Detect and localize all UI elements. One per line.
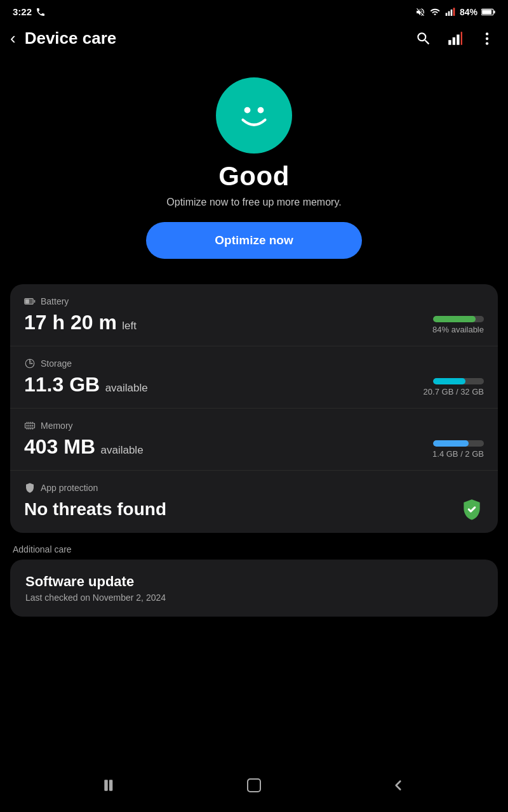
storage-row: 11.3 GB available 20.7 GB / 32 GB (24, 373, 484, 396)
storage-right: 20.7 GB / 32 GB (424, 378, 484, 396)
svg-rect-5 (493, 10, 495, 13)
svg-rect-2 (451, 10, 453, 16)
wifi-icon (429, 7, 441, 17)
storage-progress-bg (433, 378, 484, 384)
memory-side-text: 1.4 GB / 2 GB (432, 449, 484, 459)
optimize-now-button[interactable]: Optimize now (146, 222, 362, 259)
time-display: 3:22 (13, 6, 32, 17)
recents-button[interactable] (102, 777, 118, 794)
battery-icon (481, 8, 495, 16)
battery-text: 84% (460, 7, 478, 17)
status-icon (216, 77, 292, 154)
memory-header: Memory (24, 420, 484, 431)
software-update-subtitle: Last checked on November 2, 2024 (25, 593, 483, 603)
app-protection-header: App protection (24, 482, 484, 494)
home-button[interactable] (245, 776, 263, 794)
app-protection-status: No threats found (24, 499, 166, 520)
storage-suffix: available (105, 382, 148, 394)
shield-check-icon (460, 497, 484, 521)
svg-point-15 (258, 107, 264, 114)
app-bar-left: ‹ Device care (10, 29, 116, 48)
svg-rect-1 (448, 11, 450, 15)
additional-care-label: Additional care (0, 533, 508, 560)
status-left: 3:22 (13, 6, 46, 17)
storage-label: Storage (41, 358, 72, 369)
app-protection-section[interactable]: App protection No threats found (10, 471, 498, 533)
app-bar-right (415, 30, 495, 47)
back-icon (390, 777, 406, 794)
svg-rect-22 (29, 425, 30, 427)
battery-label: Battery (41, 296, 69, 306)
battery-row: 17 h 20 m left 84% available (24, 311, 484, 334)
memory-section[interactable]: Memory 403 MB available 1.4 GB / 2 GB (10, 409, 498, 471)
battery-progress-bg (433, 316, 484, 322)
svg-rect-9 (457, 34, 459, 44)
status-subtitle: Optimize now to free up more memory. (166, 197, 341, 208)
smiley-face (232, 93, 276, 138)
storage-section[interactable]: Storage 11.3 GB available 20.7 GB / 32 G… (10, 346, 498, 409)
bottom-nav (0, 766, 508, 812)
recents-icon (102, 777, 118, 794)
svg-rect-35 (248, 779, 260, 792)
app-bar: ‹ Device care (0, 21, 508, 58)
svg-rect-17 (34, 300, 36, 303)
memory-right: 1.4 GB / 2 GB (432, 440, 484, 459)
status-bar: 3:22 84% (0, 0, 508, 21)
search-icon[interactable] (415, 30, 432, 47)
more-options-icon[interactable] (479, 30, 495, 47)
back-button[interactable]: ‹ (10, 29, 16, 48)
storage-icon (24, 358, 36, 369)
memory-row: 403 MB available 1.4 GB / 2 GB (24, 435, 484, 459)
battery-side-text: 84% available (432, 325, 484, 334)
battery-right: 84% available (432, 316, 484, 334)
battery-main-text: 17 h 20 m (24, 311, 117, 334)
back-button-nav[interactable] (390, 777, 406, 794)
svg-rect-18 (25, 299, 29, 304)
battery-time: 17 h 20 m left (24, 311, 137, 334)
svg-rect-3 (453, 8, 455, 16)
shield-icon (24, 482, 36, 494)
device-stats-card: Battery 17 h 20 m left 84% available Sto… (10, 284, 498, 533)
svg-point-13 (486, 42, 488, 44)
battery-progress-fill (433, 316, 476, 322)
status-right: 84% (415, 7, 495, 17)
svg-point-14 (244, 107, 251, 114)
svg-point-12 (486, 37, 488, 39)
software-update-card[interactable]: Software update Last checked on November… (10, 560, 498, 617)
memory-suffix: available (101, 444, 144, 456)
svg-rect-34 (109, 780, 112, 790)
mute-icon (415, 7, 425, 17)
storage-side-text: 20.7 GB / 32 GB (424, 387, 484, 396)
hero-section: Good Optimize now to free up more memory… (0, 58, 508, 272)
storage-main-text: 11.3 GB (24, 373, 100, 396)
memory-icon (24, 420, 36, 431)
battery-section-icon (24, 296, 36, 307)
storage-header: Storage (24, 358, 484, 369)
svg-rect-10 (461, 32, 462, 45)
status-label: Good (218, 161, 290, 192)
storage-progress-fill (433, 378, 465, 384)
memory-label: Memory (41, 421, 73, 431)
memory-available: 403 MB available (24, 435, 144, 459)
app-protection-row: No threats found (24, 497, 484, 521)
signal-stats-icon[interactable] (447, 30, 464, 47)
battery-suffix: left (122, 320, 137, 332)
memory-progress-bg (433, 440, 484, 447)
svg-rect-24 (32, 425, 34, 427)
page-title: Device care (25, 29, 117, 48)
svg-rect-21 (27, 425, 28, 427)
memory-main-text: 403 MB (24, 435, 95, 458)
svg-rect-33 (104, 780, 107, 790)
memory-progress-fill (433, 440, 469, 447)
svg-rect-6 (482, 10, 491, 14)
home-icon (245, 776, 263, 794)
svg-rect-23 (30, 425, 32, 427)
app-protection-label: App protection (41, 483, 98, 493)
storage-available: 11.3 GB available (24, 373, 148, 396)
phone-icon (36, 7, 46, 17)
battery-header: Battery (24, 296, 484, 307)
svg-rect-0 (446, 13, 448, 16)
battery-section[interactable]: Battery 17 h 20 m left 84% available (10, 284, 498, 346)
software-update-title: Software update (25, 573, 483, 590)
svg-rect-7 (448, 40, 451, 45)
